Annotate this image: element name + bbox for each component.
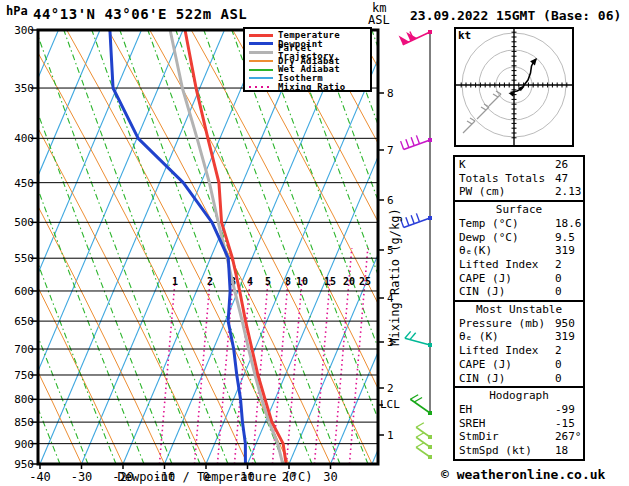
row-value: 319 — [555, 244, 575, 258]
table-row: CAPE (J)0 — [455, 272, 583, 286]
row-label: θₑ (K) — [459, 330, 499, 343]
row-value: 9.5 — [555, 231, 575, 245]
table-row: Pressure (mb)950 — [455, 317, 583, 331]
table-row: StmSpd (kt)18 — [455, 444, 583, 458]
row-label: CIN (J) — [459, 372, 505, 385]
lcl-label: LCL — [380, 398, 400, 411]
pressure-tick-label: 800 — [14, 393, 34, 406]
wind-barb — [399, 30, 432, 45]
row-label: PW (cm) — [459, 185, 505, 198]
row-label: StmDir — [459, 430, 499, 443]
row-label: Temp (°C) — [459, 217, 519, 230]
row-value: 18 — [555, 444, 568, 458]
km-tick-label: 1 — [387, 429, 394, 442]
table-row: CIN (J)0 — [455, 372, 583, 386]
temperature-tick-label: -30 — [71, 470, 93, 484]
pressure-axis-unit-label: hPa — [6, 4, 28, 18]
row-label: CIN (J) — [459, 285, 505, 298]
row-label: K — [459, 158, 466, 171]
table-row: CIN (J)0 — [455, 285, 583, 299]
row-value: 26 — [555, 158, 568, 172]
row-value: 18.6 — [555, 217, 582, 231]
wind-barb — [405, 331, 432, 347]
table-row: Lifted Index2 — [455, 258, 583, 272]
legend-swatch — [249, 34, 273, 37]
table-indices: K26Totals Totals47PW (cm)2.13 — [453, 155, 585, 202]
pressure-tick-label: 850 — [14, 416, 34, 429]
legend-swatch — [249, 51, 273, 54]
pressure-tick-label: 500 — [14, 216, 34, 229]
row-value: 950 — [555, 317, 575, 331]
row-label: θₑ(K) — [459, 244, 492, 257]
row-label: Lifted Index — [459, 258, 538, 271]
table-row: K26 — [455, 158, 583, 172]
legend-label: Mixing Ratio — [278, 83, 345, 92]
row-value: 0 — [555, 358, 562, 372]
row-label: SREH — [459, 417, 486, 430]
table-row: Totals Totals47 — [455, 172, 583, 186]
table-most-unstable: Most UnstablePressure (mb)950θₑ (K)319Li… — [453, 300, 585, 388]
table-row: StmDir267° — [455, 430, 583, 444]
pressure-tick-label: 700 — [14, 343, 34, 356]
mixing-ratio-axis-label: Mixing Ratio (g/kg) — [388, 207, 400, 347]
dry-adiabat-line — [606, 30, 629, 464]
row-value: 267° — [555, 430, 582, 444]
mixing-ratio-value-label: 10 — [296, 276, 308, 287]
pressure-tick-label: 650 — [14, 315, 34, 328]
row-label: CAPE (J) — [459, 358, 512, 371]
legend-item: Mixing Ratio — [245, 83, 370, 92]
wet-adiabat-line — [0, 30, 4, 464]
row-value: -99 — [555, 403, 575, 417]
table-row: θₑ(K)319 — [455, 244, 583, 258]
wind-barb-column — [399, 30, 432, 459]
pressure-tick-label: 450 — [14, 177, 34, 190]
wind-barb — [401, 135, 432, 149]
altitude-unit-asl-label: ASL — [368, 13, 390, 27]
station-title: 44°13'N 43°06'E 522m ASL — [33, 6, 247, 22]
hodograph-unit-label: kt — [458, 29, 471, 42]
table-hodograph: HodographEH-99SREH-15StmDir267°StmSpd (k… — [453, 386, 585, 461]
row-label: Totals Totals — [459, 172, 545, 185]
mixing-ratio-value-label: 2 — [207, 276, 213, 287]
chart-legend: TemperatureDewpointParcel TrajectoryDry … — [243, 27, 372, 92]
mixing-ratio-value-label: 20 — [343, 276, 355, 287]
table-row: SREH-15 — [455, 417, 583, 431]
wind-barb — [401, 213, 432, 227]
row-value: -15 — [555, 417, 575, 431]
table-title: Surface — [455, 203, 583, 217]
legend-swatch — [249, 77, 273, 79]
sounding-screenshot: 1234581015202530035040045050055060065070… — [0, 0, 629, 486]
stats-panel: K26Totals Totals47PW (cm)2.13SurfaceTemp… — [453, 157, 585, 461]
mixing-ratio-value-label: 8 — [285, 276, 291, 287]
row-label: Dewp (°C) — [459, 231, 519, 244]
copyright-label: © weatheronline.co.uk — [441, 467, 605, 482]
row-value: 0 — [555, 285, 562, 299]
pressure-tick-label: 300 — [14, 24, 34, 37]
km-tick-label: 7 — [387, 144, 394, 157]
pressure-tick-label: 400 — [14, 132, 34, 145]
pressure-tick-label: 550 — [14, 252, 34, 265]
row-label: EH — [459, 403, 472, 416]
row-label: Pressure (mb) — [459, 317, 545, 330]
mixing-ratio-value-label: 4 — [247, 276, 253, 287]
datetime-label: 23.09.2022 15GMT (Base: 06) — [410, 8, 621, 23]
table-row: Dewp (°C)9.5 — [455, 231, 583, 245]
row-value: 47 — [555, 172, 568, 186]
row-value: 0 — [555, 372, 562, 386]
row-label: CAPE (J) — [459, 272, 512, 285]
table-row: EH-99 — [455, 403, 583, 417]
pressure-tick-label: 750 — [14, 369, 34, 382]
hodograph — [455, 28, 573, 146]
pressure-tick-label: 600 — [14, 285, 34, 298]
wet-adiabat-line — [596, 30, 629, 464]
table-title: Most Unstable — [455, 303, 583, 317]
mixing-ratio-line — [194, 278, 210, 464]
km-tick-label: 6 — [387, 194, 394, 207]
table-title: Hodograph — [455, 389, 583, 403]
table-row: CAPE (J)0 — [455, 358, 583, 372]
km-tick-label: 2 — [387, 382, 394, 395]
row-value: 2 — [555, 344, 562, 358]
table-row: θₑ (K)319 — [455, 330, 583, 344]
row-value: 2 — [555, 258, 562, 272]
table-row: Lifted Index2 — [455, 344, 583, 358]
